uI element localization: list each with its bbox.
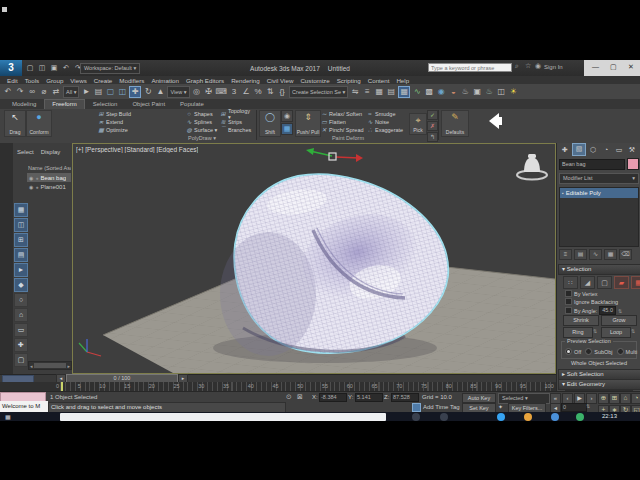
toolbar-icon[interactable]: ▩: [424, 86, 434, 98]
search-input[interactable]: [428, 63, 512, 72]
stack-tool-button[interactable]: ⌫: [619, 249, 632, 260]
viewport-label[interactable]: [+] [Perspective] [Standard] [Edged Face…: [76, 146, 198, 153]
subobject-mode-button[interactable]: ▰: [614, 276, 629, 289]
maxscript-listener-line[interactable]: Welcome to M: [0, 401, 48, 412]
by-vertex-checkbox[interactable]: By Vertex: [565, 290, 598, 297]
toolbar-icon[interactable]: {}: [277, 86, 287, 98]
toolbar-icon[interactable]: ∠: [241, 86, 251, 98]
grow-button[interactable]: Grow: [601, 315, 637, 326]
menu-item[interactable]: Content: [368, 77, 390, 84]
subobject-mode-button[interactable]: ∷: [563, 276, 578, 289]
add-time-tag[interactable]: Add Time Tag: [423, 404, 460, 410]
z-coordinate-field[interactable]: 87.528: [391, 393, 419, 402]
ribbon-tab[interactable]: Object Paint: [125, 99, 172, 109]
close-button[interactable]: ✕: [628, 63, 634, 71]
viewport[interactable]: [+] [Perspective] [Standard] [Edged Face…: [72, 143, 556, 374]
ribbon-tab[interactable]: Freeform: [44, 99, 84, 109]
quick-access-icon[interactable]: ▣: [50, 62, 58, 74]
toolbar-icon[interactable]: ▲: [155, 86, 165, 98]
command-panel-tab[interactable]: ✚: [559, 144, 571, 155]
current-frame-field[interactable]: 0: [561, 403, 587, 412]
stack-tool-button[interactable]: ∿: [589, 249, 602, 260]
preview-off-radio[interactable]: Off: [565, 348, 581, 355]
ignore-backfacing-checkbox[interactable]: Ignore Backfacing: [565, 298, 618, 305]
explorer-tool-icon[interactable]: ▭: [14, 323, 28, 337]
scene-node-row[interactable]: ◉ ● Plane001: [27, 182, 71, 191]
toolbar-icon[interactable]: View ▾: [167, 86, 189, 98]
stack-tool-button[interactable]: ≡: [559, 249, 572, 260]
angle-field[interactable]: 45.0: [599, 306, 616, 315]
toolbar-icon[interactable]: ⇋: [350, 86, 360, 98]
y-coordinate-field[interactable]: 5.141: [355, 393, 383, 402]
menu-item[interactable]: Help: [396, 77, 409, 84]
user-icon[interactable]: ◉: [535, 62, 541, 70]
by-angle-checkbox[interactable]: By Angle: 45.0 ⇅: [565, 306, 622, 315]
explorer-tool-icon[interactable]: ◆: [14, 278, 28, 292]
menu-item[interactable]: Civil View: [267, 77, 294, 84]
ribbon-item[interactable]: ◍Surface ▾: [186, 126, 218, 133]
command-panel-tab[interactable]: ▭: [613, 144, 625, 155]
sign-in-button[interactable]: Sign In: [544, 64, 563, 70]
start-button[interactable]: ▦: [5, 413, 11, 420]
ribbon-item[interactable]: ○Shapes: [186, 110, 218, 117]
explorer-tool-icon[interactable]: ⌂: [14, 308, 28, 322]
command-panel-tab[interactable]: ⬡: [587, 144, 599, 155]
mute-speaker-icon[interactable]: [486, 112, 504, 130]
object-color-swatch[interactable]: [627, 158, 639, 170]
edit-geometry-rollout-header[interactable]: ▾ Edit Geometry: [558, 379, 640, 390]
toolbar-icon[interactable]: ✚: [129, 86, 141, 98]
taskbar-app-icon[interactable]: [440, 413, 448, 421]
modifier-list-dropdown[interactable]: Modifier List▾: [559, 173, 639, 184]
defaults-button[interactable]: ✎ Defaults: [441, 110, 469, 137]
commit-icon-button[interactable]: ✓: [427, 110, 438, 120]
toolbar-icon[interactable]: ☀: [508, 86, 518, 98]
toolbar-icon[interactable]: All ▾: [63, 86, 79, 98]
subobject-mode-button[interactable]: ▢: [597, 276, 612, 289]
ribbon-tab[interactable]: Populate: [173, 99, 211, 109]
menu-item[interactable]: Customize: [300, 77, 329, 84]
ribbon-item[interactable]: ∴Exaggerate: [367, 126, 407, 133]
toolbar-icon[interactable]: ▤: [386, 86, 396, 98]
time-cursor[interactable]: [61, 382, 63, 391]
taskbar-search-box[interactable]: [60, 413, 386, 421]
toolbar-icon[interactable]: ◫: [496, 86, 506, 98]
drag-button[interactable]: ↖ Drag: [4, 110, 26, 137]
quick-access-icon[interactable]: ▢: [26, 62, 34, 74]
toolbar-icon[interactable]: Create Selection Se ▾: [289, 86, 348, 98]
toolbar-icon[interactable]: ✠: [204, 86, 214, 98]
ribbon-tab[interactable]: Selection: [86, 99, 125, 109]
menu-item[interactable]: Graph Editors: [186, 77, 224, 84]
explorer-tool-icon[interactable]: ○: [14, 293, 28, 307]
command-panel-tab[interactable]: ◔: [600, 144, 612, 155]
explorer-select-menu[interactable]: Select: [17, 149, 34, 155]
viewport-nav-button[interactable]: ⌂: [620, 393, 631, 404]
explorer-tool-icon[interactable]: ▤: [14, 248, 28, 262]
explorer-tool-icon[interactable]: ▢: [14, 353, 28, 367]
toolbar-icon[interactable]: ≡: [362, 86, 372, 98]
ribbon-item[interactable]: ≍Extend: [98, 118, 142, 125]
explorer-column-header[interactable]: Name (Sorted Ascen: [28, 165, 71, 171]
toolbar-icon[interactable]: ⌨: [216, 86, 228, 98]
time-tag-icon[interactable]: [412, 403, 421, 412]
stack-tool-button[interactable]: ▦: [604, 249, 617, 260]
x-coordinate-field[interactable]: -8.384: [319, 393, 347, 402]
toolbar-icon[interactable]: ◉: [436, 86, 446, 98]
key-icon[interactable]: ✦: [498, 403, 503, 410]
conform-button[interactable]: ● Conform: [26, 110, 52, 137]
toolbar-icon[interactable]: 3: [229, 86, 239, 98]
search-icon[interactable]: ⌕: [515, 62, 519, 70]
menu-item[interactable]: Edit: [7, 77, 18, 84]
explorer-tool-icon[interactable]: ⊞: [14, 233, 28, 247]
ribbon-item[interactable]: ▭Flatten: [321, 118, 365, 125]
modifier-stack-row[interactable]: ▪ Editable Poly: [560, 188, 638, 198]
toolbar-icon[interactable]: ⇄: [51, 86, 61, 98]
menu-item[interactable]: Create: [94, 77, 113, 84]
toolbar-icon[interactable]: ▦: [374, 86, 384, 98]
ribbon-item[interactable]: ≈Smudge: [367, 110, 407, 117]
workspace-dropdown[interactable]: Workspace: Default ▾: [80, 63, 140, 74]
ribbon-item[interactable]: ∿Noise: [367, 118, 407, 125]
commit-icon-button[interactable]: ✗: [427, 121, 438, 131]
shift-button[interactable]: ◯ Shift: [259, 110, 281, 137]
toolbar-icon[interactable]: ◒: [448, 86, 458, 98]
ribbon-item[interactable]: ∼Relax/ Soften: [321, 110, 365, 117]
